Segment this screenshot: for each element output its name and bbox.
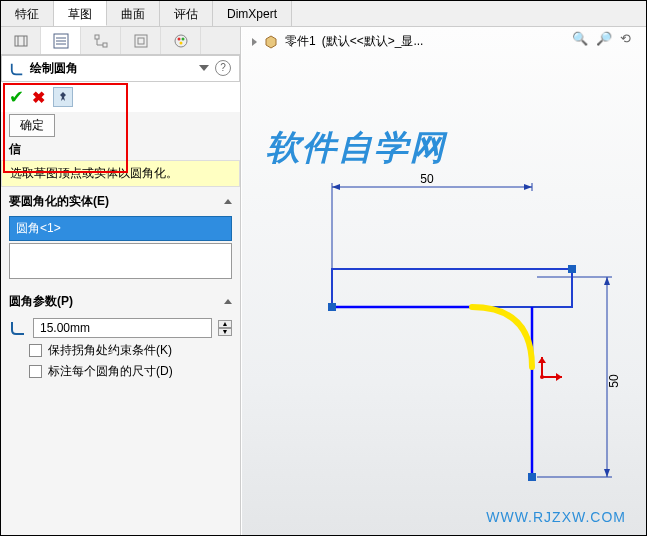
zoom-area-icon[interactable]: 🔎 [596, 31, 614, 49]
config-icon [133, 33, 149, 49]
fillet-icon [10, 62, 24, 76]
entity-list[interactable] [9, 243, 232, 279]
svg-point-7 [177, 37, 180, 40]
svg-rect-3 [103, 43, 107, 47]
panel-tab-2[interactable] [41, 27, 81, 54]
selected-entity[interactable]: 圆角<1> [9, 216, 232, 241]
svg-marker-29 [538, 357, 546, 363]
svg-rect-25 [568, 265, 576, 273]
tab-feature[interactable]: 特征 [1, 1, 54, 26]
tab-dimxpert[interactable]: DimXpert [213, 1, 292, 26]
breadcrumb-config: (默认<<默认>_显... [322, 33, 424, 50]
svg-rect-2 [95, 35, 99, 39]
dim-horiz: 50 [420, 172, 434, 186]
svg-point-30 [540, 375, 544, 379]
appearance-icon [173, 33, 189, 49]
checkbox-row-1: 保持拐角处约束条件(K) [29, 342, 232, 359]
panel-tab-3[interactable] [81, 27, 121, 54]
checkbox-label-2: 标注每个圆角的尺寸(D) [48, 363, 173, 380]
radius-icon [9, 319, 27, 337]
checkbox-row-2: 标注每个圆角的尺寸(D) [29, 363, 232, 380]
dim-vert: 50 [607, 374, 621, 388]
help-icon[interactable]: ? [215, 60, 231, 76]
info-label: 信 [1, 139, 240, 160]
pin-button[interactable] [53, 87, 73, 107]
ribbon-tabs: 特征 草图 曲面 评估 DimXpert [1, 1, 646, 27]
feature-breadcrumb: 零件1 (默认<<默认>_显... [252, 33, 423, 50]
breadcrumb-caret-icon[interactable] [252, 38, 257, 46]
svg-marker-14 [524, 184, 532, 190]
section-params-label: 圆角参数(P) [9, 293, 73, 310]
spinner-down[interactable]: ▼ [218, 328, 232, 336]
svg-marker-18 [604, 277, 610, 285]
confirm-button[interactable]: 确定 [9, 114, 55, 137]
tab-surface[interactable]: 曲面 [107, 1, 160, 26]
svg-rect-24 [528, 473, 536, 481]
panel-tab-row [1, 27, 240, 55]
section-params-header[interactable]: 圆角参数(P) [1, 287, 240, 314]
breadcrumb-part[interactable]: 零件1 [285, 33, 316, 50]
panel-tab-1[interactable] [1, 27, 41, 54]
tab-sketch[interactable]: 草图 [54, 1, 107, 26]
watermark-url: WWW.RJZXW.COM [486, 509, 626, 525]
zoom-prev-icon[interactable]: ⟲ [620, 31, 638, 49]
cancel-button[interactable]: ✖ [32, 88, 45, 107]
svg-marker-19 [604, 469, 610, 477]
checkbox-label-1: 保持拐角处约束条件(K) [48, 342, 172, 359]
tab-evaluate[interactable]: 评估 [160, 1, 213, 26]
radius-row: 15.00mm ▲ ▼ [9, 318, 232, 338]
sketch-drawing: 50 50 [312, 177, 632, 520]
zoom-fit-icon[interactable]: 🔍 [572, 31, 590, 49]
spinner-up[interactable]: ▲ [218, 320, 232, 328]
panel-tab-4[interactable] [121, 27, 161, 54]
section-entities-header[interactable]: 要圆角化的实体(E) [1, 187, 240, 214]
view-tools: 🔍 🔎 ⟲ [572, 31, 638, 49]
caret-up-icon [224, 199, 232, 204]
section-entities-label: 要圆角化的实体(E) [9, 193, 109, 210]
svg-rect-20 [332, 269, 572, 307]
checkbox-keep-constraints[interactable] [29, 344, 42, 357]
svg-marker-13 [332, 184, 340, 190]
command-title: 绘制圆角 [30, 60, 78, 77]
svg-rect-5 [138, 38, 144, 44]
command-header: 绘制圆角 ? [1, 55, 240, 82]
svg-rect-23 [328, 303, 336, 311]
origin-icon [538, 357, 562, 381]
pushpin-icon [57, 91, 69, 103]
part-icon [263, 34, 279, 50]
property-panel: 绘制圆角 ? ✔ ✖ 确定 信 选取草图顶点或实体以圆角化。 要圆角化的实体(E… [1, 27, 241, 536]
radius-spinner: ▲ ▼ [218, 320, 232, 336]
radius-input[interactable]: 15.00mm [33, 318, 212, 338]
panel-tab-5[interactable] [161, 27, 201, 54]
graphics-viewport[interactable]: 🔍 🔎 ⟲ 零件1 (默认<<默认>_显... 软件自学网 50 50 [242, 27, 646, 535]
ok-button[interactable]: ✔ [9, 86, 24, 108]
svg-point-9 [179, 41, 182, 44]
collapse-icon[interactable] [199, 65, 209, 71]
watermark-text: 软件自学网 [266, 125, 446, 171]
svg-rect-4 [135, 35, 147, 47]
svg-point-6 [175, 35, 187, 47]
assembly-icon [13, 33, 29, 49]
svg-point-8 [181, 37, 184, 40]
svg-rect-0 [15, 36, 27, 46]
tree-icon [93, 33, 109, 49]
action-row: ✔ ✖ [1, 82, 240, 112]
hint-message: 选取草图顶点或实体以圆角化。 [1, 160, 240, 187]
caret-up-icon [224, 299, 232, 304]
svg-marker-27 [556, 373, 562, 381]
checkbox-dimension-each[interactable] [29, 365, 42, 378]
list-icon [53, 33, 69, 49]
